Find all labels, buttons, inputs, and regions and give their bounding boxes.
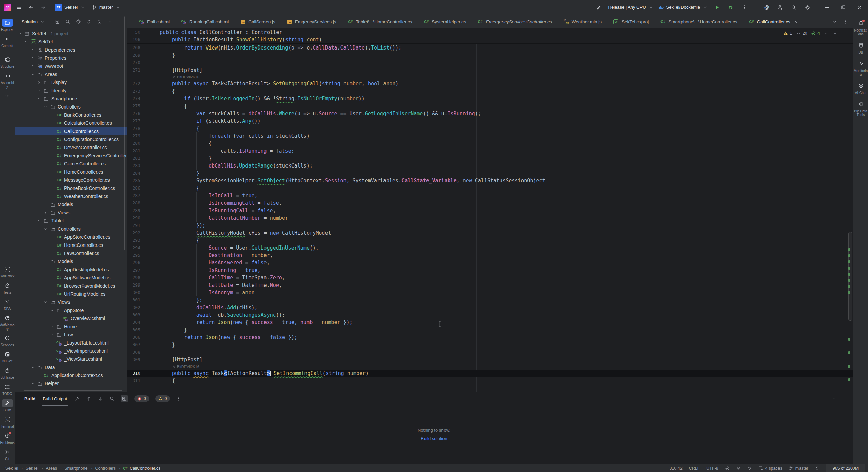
line-number[interactable]: 273 xyxy=(127,87,148,95)
tree-item-callcontroller-cs[interactable]: C#CallController.cs xyxy=(15,127,127,135)
line-number[interactable]: 272 xyxy=(127,80,148,87)
line-number[interactable]: 278 xyxy=(127,125,148,132)
tool-button-dottrace[interactable]: dotTrace xyxy=(0,365,15,381)
chevron-right-icon[interactable] xyxy=(31,48,36,52)
line-number[interactable]: 298 xyxy=(127,274,148,281)
tree-item-browserfavoritmodel-cs[interactable]: C#BrowserFavoritModel.cs xyxy=(15,282,127,290)
tree-item-data[interactable]: Data xyxy=(15,363,127,371)
chevron-down-icon[interactable] xyxy=(43,300,49,304)
error-count-badge[interactable]: 0 xyxy=(134,395,149,402)
line-number[interactable]: 284 xyxy=(127,170,148,177)
warning-count[interactable]: 1 xyxy=(783,31,792,36)
tree-item-gamescontroller-cs[interactable]: C#GamesController.cs xyxy=(15,160,127,168)
tree-item-viewstart-cshtml[interactable]: C#@_ViewStart.cshtml xyxy=(15,355,127,363)
tool-button-dpa[interactable]: DPA xyxy=(0,296,15,312)
ok-count[interactable]: 4 xyxy=(811,31,820,36)
tool-button-db[interactable]: DB xyxy=(853,40,868,56)
next-problem-icon[interactable] xyxy=(833,31,837,36)
chevron-right-icon[interactable] xyxy=(50,333,56,337)
line-number[interactable]: 300 xyxy=(127,289,148,296)
author-annotation[interactable]: BitDEVil2K16 xyxy=(172,363,199,370)
tree-item-sektel[interactable]: SekTel · 1 project xyxy=(15,29,127,38)
tree-item-tablet[interactable]: Tablet xyxy=(15,217,127,225)
search-icon[interactable] xyxy=(65,19,71,24)
line-number[interactable]: 311 xyxy=(127,377,148,385)
tree-item-controllers[interactable]: Controllers xyxy=(15,103,127,111)
chevron-down-icon[interactable] xyxy=(832,19,837,24)
line-number[interactable]: 282 xyxy=(127,155,148,162)
line-number[interactable]: 268 xyxy=(127,44,148,52)
locate-icon[interactable] xyxy=(76,19,81,24)
reader-mode-icon[interactable] xyxy=(747,466,752,471)
inspections-widget[interactable]: 1 20 4 xyxy=(783,31,837,36)
build-hammer-icon[interactable] xyxy=(595,3,604,12)
tree-item-sektel[interactable]: C#SekTel xyxy=(15,38,127,46)
more-icon[interactable] xyxy=(843,19,848,24)
window-maximize-icon[interactable] xyxy=(837,2,849,13)
tool-button-tests[interactable]: Tests xyxy=(0,280,15,296)
chevron-right-icon[interactable] xyxy=(31,64,36,68)
project-widget[interactable]: ST SekTel xyxy=(55,4,85,11)
file-encoding[interactable]: UTF-8 xyxy=(706,466,718,471)
chevron-right-icon[interactable] xyxy=(43,211,49,215)
docker-configuration[interactable]: SekTel/Dockerfile xyxy=(658,5,708,10)
tree-item-overview-cshtml[interactable]: C#@Overview.cshtml xyxy=(15,314,127,322)
caret-position[interactable]: 310:42 xyxy=(669,466,682,471)
tree-item-identity[interactable]: Identity xyxy=(15,86,127,95)
tree-item-homecontroller-cs[interactable]: C#HomeController.cs xyxy=(15,241,127,249)
tree-item-weathercontroller-cs[interactable]: C#WeatherController.cs xyxy=(15,192,127,200)
tree-item-views[interactable]: Views xyxy=(15,298,127,306)
search-everywhere-icon[interactable] xyxy=(789,3,798,12)
tool-button-monitoring[interactable]: Monitoring xyxy=(853,58,868,78)
tree-item-applicationdbcontext-cs[interactable]: C#ApplicationDbContext.cs xyxy=(15,371,127,379)
line-number[interactable]: 275 xyxy=(127,102,148,110)
window-close-icon[interactable] xyxy=(854,2,865,13)
line-number[interactable]: 296 xyxy=(127,259,148,267)
chevron-down-icon[interactable] xyxy=(43,259,49,264)
search-icon[interactable] xyxy=(109,396,115,401)
chevron-down-icon[interactable] xyxy=(37,219,43,223)
tree-item-phonebookcontroller-cs[interactable]: C#PhoneBookController.cs xyxy=(15,184,127,192)
chevron-down-icon[interactable] xyxy=(43,227,49,231)
file-tab-systemhelper-cs[interactable]: C#SystemHelper.cs xyxy=(418,15,472,28)
tree-item-lawcontroller-cs[interactable]: C#LawController.cs xyxy=(15,249,127,257)
line-number[interactable]: 302 xyxy=(127,304,148,311)
chevron-down-icon[interactable] xyxy=(37,97,43,101)
tree-item-emergencyservicescontroller-cs[interactable]: C#EmergencyServicesController.cs xyxy=(15,152,127,160)
file-tab-emgencyservices-js[interactable]: JSEmgencyServices.js xyxy=(281,15,342,28)
tab-build-output[interactable]: Build Output xyxy=(43,392,67,406)
hide-panel-icon[interactable] xyxy=(842,396,848,401)
more-icon[interactable] xyxy=(176,396,181,401)
breadcrumb-sektel[interactable]: SekTel xyxy=(26,466,39,471)
line-number[interactable]: 310 xyxy=(127,370,148,377)
chevron-down-icon[interactable] xyxy=(40,19,45,24)
line-number[interactable]: 299 xyxy=(127,281,148,289)
tree-item-devseccontroller-cs[interactable]: C#DevSecController.cs xyxy=(15,143,127,152)
back-icon[interactable] xyxy=(27,3,36,12)
line-number[interactable]: 297 xyxy=(127,267,148,274)
select-opened-file-icon[interactable] xyxy=(55,19,60,24)
line-number[interactable]: 306 xyxy=(127,334,148,341)
author-annotation[interactable]: BitDEVil2K16 xyxy=(172,74,199,80)
tool-button-big-data-tools[interactable]: Big Data Tools xyxy=(853,98,868,118)
line-number[interactable]: 274 xyxy=(127,95,148,102)
more-icon[interactable] xyxy=(831,396,837,401)
forward-icon[interactable] xyxy=(39,3,48,12)
branch-widget[interactable]: master xyxy=(92,5,121,10)
debug-icon[interactable] xyxy=(726,3,735,12)
lock-icon[interactable] xyxy=(815,466,820,471)
tree-item-controllers[interactable]: Controllers xyxy=(15,225,127,233)
chevron-down-icon[interactable] xyxy=(31,72,36,77)
chevron-right-icon[interactable] xyxy=(50,324,56,329)
line-number[interactable]: 281 xyxy=(127,147,148,155)
tool-button-ai-chat[interactable]: AI Chat xyxy=(853,80,868,96)
line-number[interactable]: 280 xyxy=(127,140,148,147)
tree-item-models[interactable]: Models xyxy=(15,257,127,266)
build-log-toggle-icon[interactable] xyxy=(121,395,128,402)
line-number[interactable]: 289 xyxy=(127,207,148,214)
main-menu-icon[interactable] xyxy=(15,3,23,12)
breadcrumb-areas[interactable]: Areas xyxy=(46,466,57,471)
line-number[interactable]: 270 xyxy=(127,59,148,66)
tree-item-appsoftwaremodel-cs[interactable]: C#AppSoftwareModel.cs xyxy=(15,274,127,282)
collapse-all-icon[interactable] xyxy=(97,19,102,24)
